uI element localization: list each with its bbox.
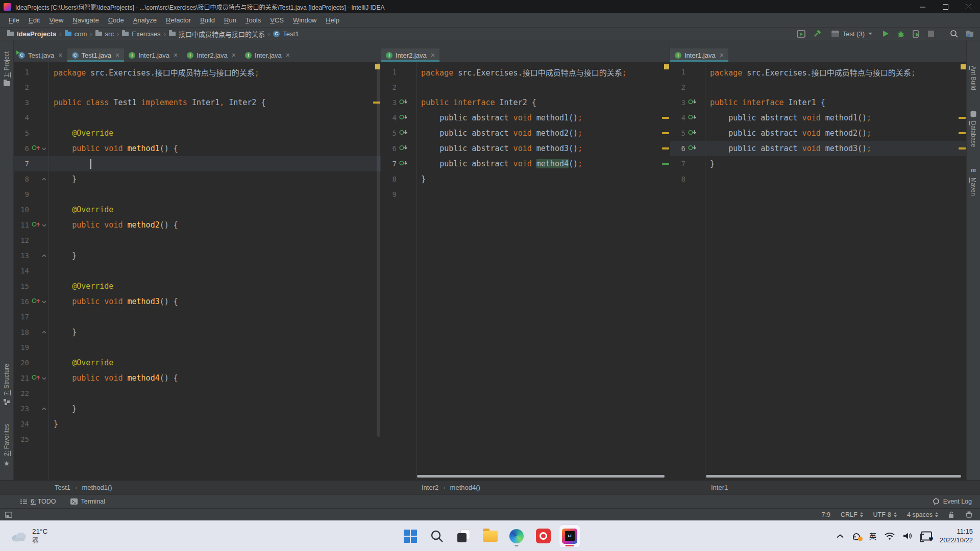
tab-Inter2.java[interactable]: IInter2.java× [182, 48, 240, 62]
wifi-icon[interactable] [884, 532, 895, 540]
implemented-method-icon[interactable] [688, 113, 697, 122]
breadcrumb-item-3[interactable]: Exercises [122, 30, 160, 38]
intellij-taskbar-button[interactable]: IJ [559, 525, 580, 547]
indent-select[interactable]: 4 spaces [907, 511, 938, 518]
code-line[interactable]: 1package src.Exercises.接口中成员特点与接口的关系; [381, 64, 670, 80]
menu-vcs[interactable]: VCS [265, 15, 288, 26]
tab-Inter2.java[interactable]: IInter2.java× [381, 48, 439, 62]
horizontal-scrollbar[interactable] [706, 475, 961, 478]
vertical-scrollbar[interactable] [377, 62, 380, 437]
code-line[interactable]: 23 } [14, 401, 381, 416]
code-line[interactable]: 3public class Test1 implements Inter1, I… [14, 95, 381, 110]
code-line[interactable]: 1package src.Exercises.接口中成员特点与接口的关系; [14, 64, 381, 80]
code-line[interactable]: 16 public void method3() { [14, 294, 381, 309]
code-line[interactable]: 4 public abstract void method1(); [670, 110, 966, 126]
taskbar-clock[interactable]: 11:15 2022/10/22 [940, 527, 973, 545]
task-view-button[interactable] [453, 525, 474, 547]
menu-edit[interactable]: Edit [24, 15, 44, 26]
code-line[interactable]: 3public interface Inter2 { [381, 95, 670, 110]
code-line[interactable]: 8} [381, 171, 670, 187]
code-line[interactable]: 9 [14, 187, 381, 202]
code-line[interactable]: 19 [14, 340, 381, 355]
code-line[interactable]: 3public interface Inter1 { [670, 95, 966, 110]
code-line[interactable]: 1package src.Exercises.接口中成员特点与接口的关系; [670, 64, 966, 80]
toolwindow-run-icon[interactable] [797, 30, 805, 38]
volume-icon[interactable] [903, 532, 913, 540]
breadcrumb-item-0[interactable]: IdeaProjects [7, 30, 56, 38]
implemented-method-icon[interactable] [688, 98, 697, 107]
code-line[interactable]: 9 [381, 187, 670, 202]
overriding-method-icon[interactable] [32, 144, 40, 153]
tab-Inter.java[interactable]: IInter.java× [240, 48, 295, 62]
code-line[interactable]: 17 [14, 309, 381, 324]
code-editor[interactable]: 1package src.Exercises.接口中成员特点与接口的关系;23p… [381, 62, 670, 480]
implemented-method-icon[interactable] [399, 129, 408, 138]
breadcrumb-element[interactable]: method4() [450, 484, 480, 491]
menu-tools[interactable]: Tools [241, 15, 265, 26]
code-line[interactable]: 6 public abstract void method3(); [670, 141, 966, 156]
tab-close-icon[interactable]: × [115, 52, 119, 59]
implemented-method-icon[interactable] [399, 159, 408, 168]
code-line[interactable]: 2 [14, 80, 381, 95]
search-button[interactable] [427, 525, 447, 547]
fold-open-icon[interactable] [42, 220, 46, 230]
implemented-method-icon[interactable] [399, 144, 408, 153]
code-line[interactable]: 5 @Override [14, 126, 381, 141]
code-line[interactable]: 8 } [14, 171, 381, 187]
tab-Inter1.java[interactable]: IInter1.java× [670, 48, 728, 62]
line-separator-select[interactable]: CRLF [841, 511, 863, 518]
implemented-method-icon[interactable] [688, 144, 697, 153]
hector-inspections-icon[interactable] [965, 511, 973, 518]
code-line[interactable]: 4 public abstract void method1(); [381, 110, 670, 126]
code-editor[interactable]: 1package src.Exercises.接口中成员特点与接口的关系;23p… [14, 62, 381, 480]
tab-close-icon[interactable]: × [232, 52, 236, 59]
overriding-method-icon[interactable] [32, 373, 40, 383]
breadcrumb-item-2[interactable]: src [95, 30, 114, 38]
minimize-button[interactable] [911, 0, 934, 13]
debug-button[interactable] [897, 30, 905, 38]
code-line[interactable]: 7} [670, 156, 966, 171]
code-line[interactable]: 22 [14, 386, 381, 401]
run-button[interactable] [882, 30, 889, 37]
tab-close-icon[interactable]: × [286, 52, 290, 59]
file-explorer-button[interactable] [480, 525, 500, 547]
encoding-select[interactable]: UTF-8 [873, 511, 897, 518]
tab-close-icon[interactable]: × [431, 52, 435, 59]
stop-button[interactable] [928, 31, 934, 37]
tab-Test1.java[interactable]: CTest1.java× [67, 48, 125, 62]
implemented-method-icon[interactable] [399, 113, 408, 122]
breadcrumb-element[interactable]: Inter1 [711, 484, 728, 491]
start-button[interactable] [400, 525, 421, 547]
event-log-button[interactable]: Event Log [933, 498, 972, 505]
fold-close-icon[interactable] [42, 404, 46, 413]
stripe-item-7-structure[interactable]: 7: Structure [0, 364, 13, 405]
code-line[interactable]: 15 @Override [14, 279, 381, 294]
tab-Inter1.java[interactable]: IInter1.java× [124, 48, 182, 62]
code-line[interactable]: 13 } [14, 248, 381, 263]
project-structure-icon[interactable] [966, 30, 974, 37]
code-line[interactable]: 5 public abstract void method2(); [670, 126, 966, 141]
menu-run[interactable]: Run [219, 15, 241, 26]
readonly-lock-icon[interactable] [948, 511, 955, 518]
code-line[interactable]: 20 @Override [14, 355, 381, 370]
code-line[interactable]: 8 [670, 171, 966, 187]
red-app-button[interactable] [533, 525, 553, 547]
fold-open-icon[interactable] [42, 297, 46, 306]
terminal-toolwindow-button[interactable]: Terminal [70, 498, 105, 505]
tab-Test.java[interactable]: CTest.java× [14, 48, 67, 62]
tab-close-icon[interactable]: × [174, 52, 178, 59]
tab-close-icon[interactable]: × [720, 52, 724, 59]
implemented-method-icon[interactable] [688, 129, 697, 138]
menu-help[interactable]: Help [321, 15, 344, 26]
code-line[interactable]: 21 public void method4() { [14, 370, 381, 386]
implemented-method-icon[interactable] [399, 98, 408, 107]
code-line[interactable]: 6 public void method1() { [14, 141, 381, 156]
weather-widget[interactable]: 21°C 雾 [10, 528, 47, 545]
edge-browser-button[interactable] [506, 525, 527, 547]
maximize-button[interactable] [934, 0, 957, 13]
code-editor[interactable]: 1package src.Exercises.接口中成员特点与接口的关系;23p… [670, 62, 966, 480]
build-hammer-icon[interactable] [813, 30, 822, 38]
stripe-item-ant-build[interactable]: Ant Build [967, 66, 980, 90]
breadcrumb-element[interactable]: method1() [82, 484, 112, 491]
breadcrumb-item-5[interactable]: CTest1 [273, 30, 299, 38]
